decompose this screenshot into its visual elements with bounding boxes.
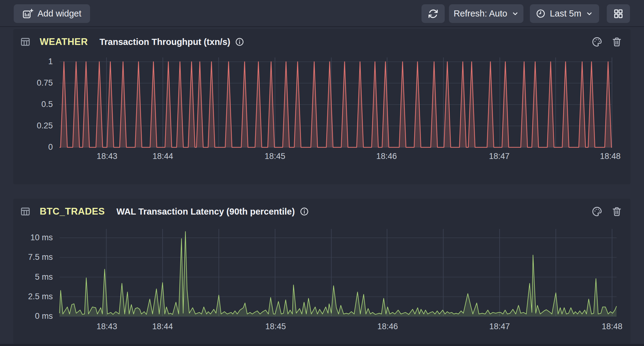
y-axis-tick: 1 [13, 57, 53, 67]
refresh-button[interactable] [421, 4, 445, 23]
x-axis-tick: 18:46 [376, 151, 397, 161]
chevron-down-icon [512, 10, 519, 17]
toolbar: Add widget Refresh: Auto Last 5m [0, 0, 644, 27]
y-axis-tick: 0 ms [13, 311, 53, 321]
chevron-down-icon [586, 10, 593, 17]
y-axis-tick: 0.75 [13, 78, 53, 88]
window-bottom-edge [0, 344, 644, 346]
time-range-dropdown[interactable]: Last 5m [530, 4, 599, 23]
layout-grid-button[interactable] [607, 4, 630, 23]
x-axis-tick: 18:45 [265, 322, 286, 332]
y-axis-tick: 7.5 ms [13, 252, 53, 262]
y-axis-tick: 2.5 ms [13, 292, 53, 302]
latency-chart[interactable]: 10 ms 7.5 ms 5 ms 2.5 ms 0 ms 18:43 18:4… [13, 199, 631, 344]
x-axis-tick: 18:48 [602, 322, 623, 332]
y-axis-tick: 5 ms [13, 272, 53, 282]
time-range-label: Last 5m [550, 9, 581, 19]
x-axis-tick: 18:44 [153, 151, 173, 161]
x-axis-tick: 18:47 [489, 322, 510, 332]
x-axis-tick: 18:44 [152, 322, 173, 332]
x-axis-tick: 18:43 [96, 322, 117, 332]
widget-panel-latency: BTC_TRADES WAL Transaction Latency (90th… [13, 199, 631, 344]
widget-panel-throughput: WEATHER Transaction Throughput (txn/s) 1… [13, 29, 631, 184]
throughput-chart[interactable]: 1 0.75 0.5 0.25 0 18:43 18:44 18:45 18:4… [13, 29, 631, 184]
refresh-icon [428, 9, 438, 19]
refresh-mode-label: Refresh: Auto [454, 9, 507, 19]
x-axis-tick: 18:46 [377, 322, 398, 332]
y-axis-tick: 0.25 [13, 121, 53, 131]
x-axis-tick: 18:48 [600, 151, 621, 161]
add-widget-chart-icon [22, 9, 33, 19]
y-axis-tick: 0 [13, 142, 53, 152]
add-widget-label: Add widget [38, 9, 81, 19]
x-axis-tick: 18:47 [489, 151, 510, 161]
layout-grid-icon [613, 9, 624, 19]
x-axis-tick: 18:43 [97, 151, 118, 161]
add-widget-button[interactable]: Add widget [14, 4, 90, 23]
refresh-mode-dropdown[interactable]: Refresh: Auto [449, 4, 523, 23]
y-axis-tick: 10 ms [13, 233, 53, 243]
clock-icon [536, 9, 545, 18]
x-axis-tick: 18:45 [265, 151, 285, 161]
y-axis-tick: 0.5 [13, 99, 53, 109]
